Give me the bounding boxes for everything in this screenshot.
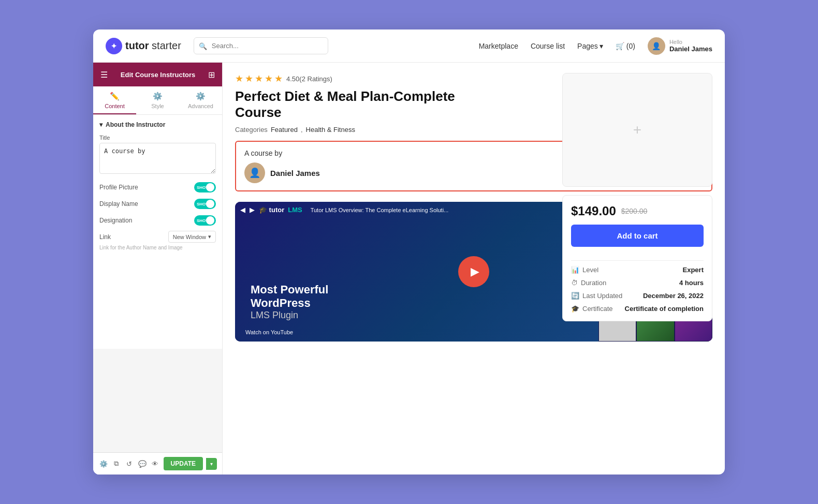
star-4: ★: [265, 73, 273, 84]
search-bar[interactable]: 🔍: [194, 37, 328, 54]
panel-header: ☰ Edit Course Instructors ⊞: [93, 63, 222, 86]
update-button[interactable]: UPDATE: [164, 457, 203, 470]
meta-duration: ⏱ Duration 4 hours: [571, 279, 704, 287]
instructor-name[interactable]: Daniel James: [270, 169, 320, 177]
profile-picture-row: Profile Picture SHOW: [99, 182, 216, 192]
panel-tabs: ✏️ Content ⚙️ Style ⚙️ Advanced: [93, 86, 222, 115]
left-panel: ☰ Edit Course Instructors ⊞ ✏️ Content ⚙…: [93, 63, 223, 475]
meta-certificate: 🎓 Certificate Certificate of completion: [571, 305, 704, 313]
comment-icon-btn[interactable]: 💬: [137, 457, 147, 470]
add-to-cart-button[interactable]: Add to cart: [571, 225, 704, 247]
designation-toggle[interactable]: SHOW: [194, 215, 216, 226]
cart-button[interactable]: 🛒 (0): [616, 42, 635, 50]
price-current: $149.00: [571, 204, 616, 218]
link-hint: Link for the Author Name and Image: [99, 245, 216, 250]
search-icon: 🔍: [199, 42, 207, 50]
play-button[interactable]: [458, 256, 489, 287]
browser-window: ✦ tutor starter 🔍 Marketplace Course lis…: [93, 29, 725, 475]
updated-key: 🔄 Last Updated: [571, 292, 622, 300]
star-3: ★: [255, 73, 263, 84]
duration-key: ⏱ Duration: [571, 279, 606, 287]
designation-label: Designation: [99, 217, 132, 224]
price-row: $149.00 $200.00: [571, 204, 704, 218]
video-text: Most Powerful WordPress LMS Plugin: [251, 283, 328, 321]
search-input[interactable]: [194, 37, 328, 54]
sidebar-widget: + $149.00 $200.00 Add to cart 📊: [562, 73, 712, 321]
main-content: ☰ Edit Course Instructors ⊞ ✏️ Content ⚙…: [93, 63, 725, 475]
duration-icon: ⏱: [571, 279, 578, 287]
video-back-icon: ◀: [240, 206, 245, 214]
update-arrow-btn[interactable]: ▾: [206, 458, 217, 470]
certificate-icon: 🎓: [571, 305, 579, 313]
display-name-label: Display Name: [99, 200, 138, 207]
display-name-row: Display Name SHOW: [99, 199, 216, 209]
title-label: Title: [99, 135, 216, 141]
logo-icon: ✦: [106, 38, 122, 54]
panel-body: ▾ About the Instructor Title A course by…: [93, 115, 222, 349]
star-2: ★: [245, 73, 253, 84]
star-5: ★: [274, 73, 283, 84]
link-row: Link New Window ▾: [99, 231, 216, 243]
designation-row: Designation SHOW: [99, 215, 216, 226]
collapse-icon: ▾: [99, 121, 103, 128]
nav-course-list[interactable]: Course list: [531, 42, 565, 50]
user-info: 👤 Hello Daniel James: [648, 37, 712, 55]
top-nav: ✦ tutor starter 🔍 Marketplace Course lis…: [93, 29, 725, 63]
profile-picture-toggle[interactable]: SHOW: [194, 182, 216, 192]
nav-links: Marketplace Course list Pages ▾ 🛒 (0) 👤 …: [479, 37, 712, 55]
tab-style[interactable]: ⚙️ Style: [136, 86, 179, 114]
panel-title: Edit Course Instructors: [121, 71, 195, 79]
updated-value: December 26, 2022: [643, 292, 704, 300]
grid-icon[interactable]: ⊞: [208, 70, 215, 80]
layers-icon-btn[interactable]: ⧉: [111, 457, 121, 470]
widget-placeholder: +: [562, 73, 712, 187]
profile-picture-label: Profile Picture: [99, 184, 138, 191]
video-play-small: ▶: [250, 206, 255, 214]
refresh-icon: 🔄: [571, 292, 579, 300]
meta-rows: 📊 Level Expert ⏱ Duration 4 hour: [571, 266, 704, 313]
pencil-icon: ✏️: [110, 92, 120, 101]
meta-level: 📊 Level Expert: [571, 266, 704, 274]
rating-text: 4.50(2 Ratings): [286, 75, 332, 83]
user-text: Hello Daniel James: [669, 39, 712, 53]
duration-value: 4 hours: [679, 279, 704, 287]
settings-icon-btn[interactable]: ⚙️: [98, 457, 108, 470]
level-key: 📊 Level: [571, 266, 598, 274]
level-icon: 📊: [571, 266, 579, 274]
logo: ✦ tutor starter: [106, 38, 181, 54]
panel-footer: ⚙️ ⧉ ↺ 💬 👁 UPDATE ▾: [93, 452, 222, 475]
instructor-avatar: 👤: [244, 162, 265, 183]
panel-bottom-area: [93, 349, 222, 452]
advanced-icon: ⚙️: [196, 92, 206, 101]
tab-content[interactable]: ✏️ Content: [93, 86, 136, 114]
content-area: ★ ★ ★ ★ ★ 4.50(2 Ratings) Perfect Diet &…: [235, 73, 712, 342]
right-content: ★ ★ ★ ★ ★ 4.50(2 Ratings) Perfect Diet &…: [223, 63, 725, 475]
link-label: Link: [99, 233, 111, 241]
hamburger-icon[interactable]: ☰: [100, 70, 108, 80]
avatar: 👤: [648, 37, 665, 55]
eye-icon-btn[interactable]: 👁: [150, 457, 160, 470]
price-original: $200.00: [621, 207, 648, 215]
plus-icon: +: [633, 122, 641, 138]
tab-advanced[interactable]: ⚙️ Advanced: [179, 86, 222, 114]
nav-pages[interactable]: Pages ▾: [577, 42, 603, 50]
nav-marketplace[interactable]: Marketplace: [479, 42, 518, 50]
style-icon: ⚙️: [153, 92, 163, 101]
title-input[interactable]: A course by: [99, 143, 216, 174]
star-1: ★: [235, 73, 243, 84]
display-name-toggle[interactable]: SHOW: [194, 199, 216, 209]
price-box: $149.00 $200.00 Add to cart 📊 Level: [562, 195, 712, 321]
tutor-logo-small: 🎓 tutor LMS: [259, 206, 302, 214]
watch-on-text: Watch on YouTube: [245, 329, 293, 335]
link-select[interactable]: New Window ▾: [168, 231, 216, 243]
certificate-key: 🎓 Certificate: [571, 305, 613, 313]
history-icon-btn[interactable]: ↺: [124, 457, 134, 470]
certificate-value: Certificate of completion: [625, 305, 704, 313]
meta-updated: 🔄 Last Updated December 26, 2022: [571, 292, 704, 300]
logo-text: tutor starter: [125, 40, 181, 52]
section-header[interactable]: ▾ About the Instructor: [99, 121, 216, 128]
level-value: Expert: [683, 266, 704, 274]
